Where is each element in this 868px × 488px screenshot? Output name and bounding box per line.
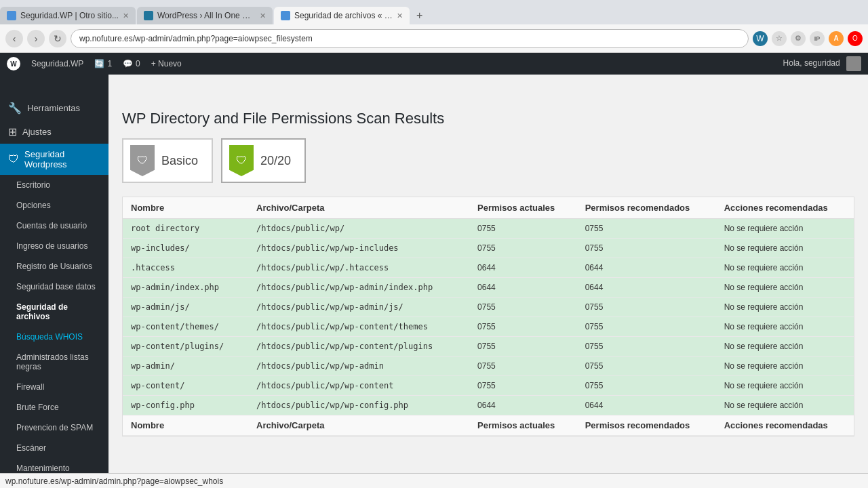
table-row: wp-includes/ /htdocs/public/wp/wp-includ… bbox=[123, 239, 854, 258]
whois-label: Búsqueda WHOIS bbox=[16, 332, 83, 342]
cell-nombre: wp-content/themes/ bbox=[123, 317, 248, 337]
tab-2[interactable]: WordPress › All In One W... ✕ bbox=[137, 7, 273, 24]
tab-3[interactable]: Seguridad de archivos « Se... ✕ bbox=[274, 7, 410, 24]
comments-item[interactable]: 💬 0 bbox=[123, 59, 140, 68]
back-button[interactable]: ‹ bbox=[5, 30, 23, 47]
bookmark-icon[interactable]: ☆ bbox=[772, 31, 787, 46]
forward-button[interactable]: › bbox=[27, 30, 45, 47]
tab1-close[interactable]: ✕ bbox=[123, 12, 129, 20]
cuentas-label: Cuentas de usuario bbox=[16, 221, 87, 230]
cell-archivo: /htdocs/public/wp/wp-config.php bbox=[248, 396, 469, 415]
table-row: wp-config.php /htdocs/public/wp/wp-confi… bbox=[123, 396, 854, 415]
wp-logo-item[interactable]: W bbox=[7, 57, 20, 70]
site-name: Seguridad.WP bbox=[31, 59, 83, 68]
cell-archivo: /htdocs/public/wp/wp-includes bbox=[248, 239, 469, 258]
comments-icon: 💬 bbox=[123, 59, 133, 68]
cell-recomendados: 0644 bbox=[577, 258, 716, 278]
settings-icon[interactable]: ⚙ bbox=[791, 31, 806, 46]
table-row: wp-content/plugins/ /htdocs/public/wp/wp… bbox=[123, 337, 854, 357]
th-nombre: Nombre bbox=[123, 197, 248, 219]
avatar bbox=[846, 56, 861, 71]
cell-nombre: wp-content/ bbox=[123, 376, 248, 396]
tab-1[interactable]: Seguridad.WP | Otro sitio... ✕ bbox=[0, 7, 136, 24]
sidebar-item-base-datos[interactable]: Seguridad base datos bbox=[0, 277, 108, 297]
cell-nombre: wp-content/plugins/ bbox=[123, 337, 248, 357]
footer-header-cell: Permisos actuales bbox=[469, 415, 577, 436]
brute-label: Brute Force bbox=[16, 403, 59, 412]
ribbon-green: 🛡 bbox=[229, 145, 254, 176]
cell-recomendados: 0755 bbox=[577, 337, 716, 357]
opera-icon[interactable]: O bbox=[848, 31, 863, 46]
herramientas-label: Herramientas bbox=[27, 103, 80, 113]
sidebar-item-spam[interactable]: Prevencion de SPAM bbox=[0, 418, 108, 438]
updates-item[interactable]: 🔄 1 bbox=[94, 59, 112, 68]
cell-archivo: /htdocs/public/wp/wp-admin bbox=[248, 357, 469, 376]
spam-label: Prevencion de SPAM bbox=[16, 423, 93, 432]
toolbar-icons: W ☆ ⚙ IP A O bbox=[753, 31, 863, 46]
sidebar-item-whois[interactable]: Búsqueda WHOIS bbox=[0, 327, 108, 347]
sidebar-item-opciones[interactable]: Opciones bbox=[0, 195, 108, 216]
cell-actuales: 0644 bbox=[469, 396, 577, 415]
base-datos-label: Seguridad base datos bbox=[16, 282, 96, 291]
th-archivo: Archivo/Carpeta bbox=[248, 197, 469, 219]
tab3-close[interactable]: ✕ bbox=[397, 12, 403, 20]
tab2-label: WordPress › All In One W... bbox=[157, 11, 256, 20]
cell-actuales: 0755 bbox=[469, 219, 577, 239]
reload-button[interactable]: ↻ bbox=[49, 30, 66, 47]
tab2-close[interactable]: ✕ bbox=[260, 12, 266, 20]
table-header-row: Nombre Archivo/Carpeta Permisos actuales… bbox=[123, 197, 854, 219]
sidebar-item-escaner[interactable]: Escáner bbox=[0, 438, 108, 458]
sidebar-item-brute[interactable]: Brute Force bbox=[0, 397, 108, 418]
cell-recomendados: 0755 bbox=[577, 219, 716, 239]
table-footer-header-row: NombreArchivo/CarpetaPermisos actualesPe… bbox=[123, 415, 854, 436]
sidebar-item-seguridad[interactable]: 🛡 Seguridad Wordpress bbox=[0, 144, 108, 175]
cell-actuales: 0755 bbox=[469, 317, 577, 337]
new-tab-button[interactable]: + bbox=[411, 7, 428, 24]
greeting: Hola, seguridad bbox=[783, 56, 861, 71]
cell-actuales: 0755 bbox=[469, 337, 577, 357]
sidebar-item-archivos[interactable]: Seguridad de archivos bbox=[0, 297, 108, 327]
comments-count: 0 bbox=[136, 59, 140, 68]
sidebar: 🔧 Herramientas ⊞ Ajustes 🛡 Seguridad Wor… bbox=[0, 75, 108, 488]
cell-nombre: wp-admin/js/ bbox=[123, 298, 248, 317]
sidebar-item-ingreso[interactable]: Ingreso de usuarios bbox=[0, 236, 108, 256]
table-row: wp-content/themes/ /htdocs/public/wp/wp-… bbox=[123, 317, 854, 337]
cell-acciones: No se requiere acción bbox=[716, 219, 854, 239]
footer-header-cell: Archivo/Carpeta bbox=[248, 415, 469, 436]
sidebar-item-escritorio[interactable]: Escritorio bbox=[0, 175, 108, 195]
cell-nombre: wp-config.php bbox=[123, 396, 248, 415]
cell-actuales: 0755 bbox=[469, 357, 577, 376]
sidebar-item-cuentas[interactable]: Cuentas de usuario bbox=[0, 216, 108, 236]
sidebar-item-firewall[interactable]: Firewall bbox=[0, 377, 108, 397]
new-item[interactable]: + Nuevo bbox=[151, 59, 182, 68]
address-bar[interactable]: wp.nofuture.es/wp-admin/admin.php?page=a… bbox=[71, 29, 749, 48]
cell-archivo: /htdocs/public/wp/wp-content/themes bbox=[248, 317, 469, 337]
sidebar-item-registro[interactable]: Registro de Usuarios bbox=[0, 256, 108, 277]
cell-recomendados: 0755 bbox=[577, 317, 716, 337]
th-actuales: Permisos actuales bbox=[469, 197, 577, 219]
listas-label: Administrados listas negras bbox=[16, 352, 100, 371]
tab2-favicon bbox=[144, 11, 153, 20]
cell-actuales: 0755 bbox=[469, 376, 577, 396]
adblock-icon[interactable]: A bbox=[829, 31, 844, 46]
cell-acciones: No se requiere acción bbox=[716, 258, 854, 278]
herramientas-icon: 🔧 bbox=[8, 102, 22, 115]
permissions-table-container: Nombre Archivo/Carpeta Permisos actuales… bbox=[122, 197, 854, 436]
sidebar-item-herramientas[interactable]: 🔧 Herramientas bbox=[0, 96, 108, 120]
sidebar-item-listas[interactable]: Administrados listas negras bbox=[0, 347, 108, 377]
extensions-icon[interactable]: W bbox=[753, 31, 768, 46]
cell-recomendados: 0644 bbox=[577, 396, 716, 415]
cell-actuales: 0644 bbox=[469, 278, 577, 298]
cell-recomendados: 0755 bbox=[577, 239, 716, 258]
cell-recomendados: 0755 bbox=[577, 298, 716, 317]
sidebar-item-ajustes[interactable]: ⊞ Ajustes bbox=[0, 120, 108, 144]
main-content: WP Directory and File Permissions Scan R… bbox=[108, 96, 868, 488]
browser-toolbar: ‹ › ↻ wp.nofuture.es/wp-admin/admin.php?… bbox=[0, 24, 868, 53]
site-name-item[interactable]: Seguridad.WP bbox=[31, 59, 83, 68]
seguridad-icon: 🛡 bbox=[8, 153, 19, 165]
ip-icon[interactable]: IP bbox=[810, 31, 825, 46]
wp-logo: W bbox=[7, 57, 20, 70]
th-acciones: Acciones recomendadas bbox=[716, 197, 854, 219]
new-label: + Nuevo bbox=[151, 59, 182, 68]
cell-archivo: /htdocs/public/wp/.htaccess bbox=[248, 258, 469, 278]
